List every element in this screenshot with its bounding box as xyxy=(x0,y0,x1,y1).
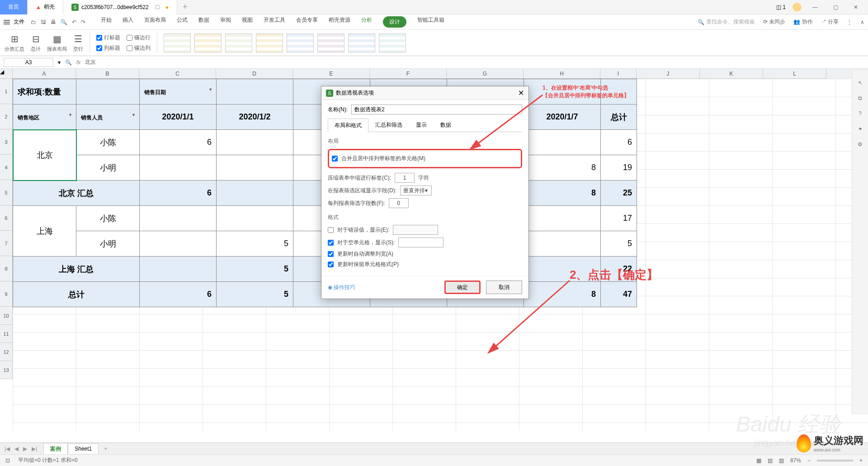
fx-search-icon[interactable]: 🔍 xyxy=(65,59,72,66)
tab-home[interactable]: 首页 xyxy=(0,0,28,14)
row-header-3[interactable]: 3 xyxy=(0,129,13,155)
sync-status[interactable]: ⟳ 未同步 xyxy=(763,18,785,26)
help-icon[interactable]: ? xyxy=(859,110,862,117)
collab-button[interactable]: 👥 协作 xyxy=(793,18,812,26)
undo-icon[interactable]: ↶ xyxy=(72,19,76,25)
row-header-8[interactable]: 8 xyxy=(0,256,13,281)
col-band-checkbox[interactable]: 镶边列 xyxy=(127,44,151,52)
row-header-11[interactable]: 11 xyxy=(0,325,13,343)
zoom-level[interactable]: 87% xyxy=(790,457,801,464)
empty-display-checkbox[interactable]: 对于空单元格，显示(S): xyxy=(328,238,522,247)
minimize-button[interactable]: — xyxy=(808,4,822,10)
tab-docker[interactable]: ▲稻壳 xyxy=(28,0,63,14)
settings-icon[interactable]: ⚙ xyxy=(858,141,863,147)
maximize-button[interactable]: ▢ xyxy=(829,4,842,10)
tab-close-icon[interactable]: ☐ xyxy=(155,4,160,10)
menu-design[interactable]: 设计 xyxy=(383,16,406,28)
sheet-nav-next[interactable]: ▶ xyxy=(23,446,27,452)
name-box[interactable]: A3 xyxy=(4,58,53,67)
col-header-K[interactable]: K xyxy=(700,69,763,79)
hamburger-icon[interactable] xyxy=(4,22,10,23)
new-tab-button[interactable]: + xyxy=(177,2,193,12)
col-header-D[interactable]: D xyxy=(216,69,293,79)
ok-button[interactable]: 确定 xyxy=(444,281,481,294)
subtotal-button[interactable]: ⊞分类汇总 xyxy=(5,33,24,52)
command-search[interactable]: 🔍 查找命令、搜索模板 xyxy=(698,18,755,26)
file-menu[interactable]: 文件 xyxy=(14,18,24,26)
filter-area-dropdown[interactable]: 垂直并排 ▾ xyxy=(400,185,432,195)
zoom-in-button[interactable]: + xyxy=(859,457,863,464)
formula-value[interactable]: 北京 xyxy=(85,58,96,66)
row-band-checkbox[interactable]: 镶边行 xyxy=(127,34,151,42)
more-icon[interactable]: ⋮ xyxy=(847,19,852,25)
blank-row-button[interactable]: ☰空行 xyxy=(73,33,83,52)
cursor-icon[interactable]: ↖ xyxy=(858,80,863,86)
open-icon[interactable]: 🗀 xyxy=(31,19,36,25)
save-icon[interactable]: 🖫 xyxy=(41,19,46,25)
panel-icon-2[interactable]: ✦ xyxy=(858,126,863,132)
menu-dev[interactable]: 开发工具 xyxy=(264,16,285,28)
filter-count-spinner[interactable]: 0 xyxy=(389,198,409,208)
grid-mode-icon[interactable]: ◫ 1 xyxy=(776,4,786,10)
tips-link[interactable]: ◉ 操作技巧 xyxy=(328,284,355,291)
row-header-12[interactable]: 12 xyxy=(0,343,13,361)
menu-resources[interactable]: 稻壳资源 xyxy=(329,16,350,28)
menu-member[interactable]: 会员专享 xyxy=(296,16,318,28)
print-icon[interactable]: 🖶 xyxy=(51,19,56,25)
col-header-I[interactable]: I xyxy=(600,69,637,79)
person-header-cell[interactable]: 销售人员▾ xyxy=(76,105,140,130)
col-header-B[interactable]: B xyxy=(76,69,139,79)
col-header-G[interactable]: G xyxy=(447,69,524,79)
add-sheet-button[interactable]: + xyxy=(99,446,113,452)
select-all-corner[interactable]: ◢ xyxy=(0,69,13,79)
row-header-2[interactable]: 2 xyxy=(0,104,13,129)
menu-data[interactable]: 数据 xyxy=(198,16,209,28)
dialog-tab-data[interactable]: 数据 xyxy=(434,118,458,132)
col-header-E[interactable]: E xyxy=(293,69,370,79)
sheet-nav-first[interactable]: |◀ xyxy=(5,446,10,452)
row-header-4[interactable]: 4 xyxy=(0,155,13,180)
row-header-10[interactable]: 10 xyxy=(0,307,13,325)
autofit-checkbox[interactable]: 更新时自动调整列宽(A) xyxy=(328,250,522,258)
zoom-out-button[interactable]: − xyxy=(807,457,811,464)
sheet-tab-1[interactable]: 案例 xyxy=(43,443,68,455)
redo-icon[interactable]: ↷ xyxy=(81,19,85,25)
col-header-L[interactable]: L xyxy=(763,69,826,79)
panel-icon-1[interactable]: ⧉ xyxy=(858,95,862,101)
col-header-checkbox[interactable]: 列标题 xyxy=(96,44,120,52)
date-header-cell[interactable]: 销售日期▾ xyxy=(140,79,217,105)
avatar[interactable] xyxy=(793,3,802,12)
col-header-A[interactable]: A xyxy=(13,69,76,79)
sheet-tab-2[interactable]: Sheet1 xyxy=(68,443,99,454)
selected-cell-A3[interactable]: 北京 xyxy=(13,130,76,181)
menu-analyze[interactable]: 分析 xyxy=(361,16,372,28)
menu-review[interactable]: 审阅 xyxy=(220,16,231,28)
col-header-J[interactable]: J xyxy=(637,69,700,79)
dialog-tab-filter[interactable]: 汇总和筛选 xyxy=(368,118,409,132)
menu-insert[interactable]: 插入 xyxy=(123,16,133,28)
menu-smart[interactable]: 智能工具箱 xyxy=(417,16,444,28)
indent-spinner[interactable]: 1 xyxy=(395,173,415,183)
share-button[interactable]: ↗ 分享 xyxy=(821,18,839,26)
region-header-cell[interactable]: 销售地区▾ xyxy=(13,105,76,130)
view-custom-icon[interactable]: ▧ xyxy=(779,457,784,464)
row-header-7[interactable]: 7 xyxy=(0,231,13,256)
row-header-checkbox[interactable]: 行标题 xyxy=(96,34,120,42)
row-header-6[interactable]: 6 xyxy=(0,205,13,231)
menu-start[interactable]: 开始 xyxy=(101,16,112,28)
zoom-slider[interactable] xyxy=(817,460,853,461)
view-page-icon[interactable]: ▤ xyxy=(768,457,773,464)
col-header-C[interactable]: C xyxy=(139,69,216,79)
preview-icon[interactable]: 🔍 xyxy=(61,19,67,25)
dialog-tab-layout[interactable]: 布局和格式 xyxy=(328,119,368,132)
menu-formula[interactable]: 公式 xyxy=(177,16,188,28)
view-normal-icon[interactable]: ▦ xyxy=(756,457,761,464)
pivot-styles-gallery[interactable] xyxy=(164,33,406,52)
sheet-nav-last[interactable]: ▶| xyxy=(32,446,37,452)
empty-value-input[interactable] xyxy=(398,238,443,247)
col-header-F[interactable]: F xyxy=(370,69,447,79)
row-header-9[interactable]: 9 xyxy=(0,281,13,307)
row-header-13[interactable]: 13 xyxy=(0,361,13,379)
error-display-checkbox[interactable]: 对于错误值，显示(E): xyxy=(328,225,522,235)
sheet-nav-prev[interactable]: ◀ xyxy=(14,446,19,452)
